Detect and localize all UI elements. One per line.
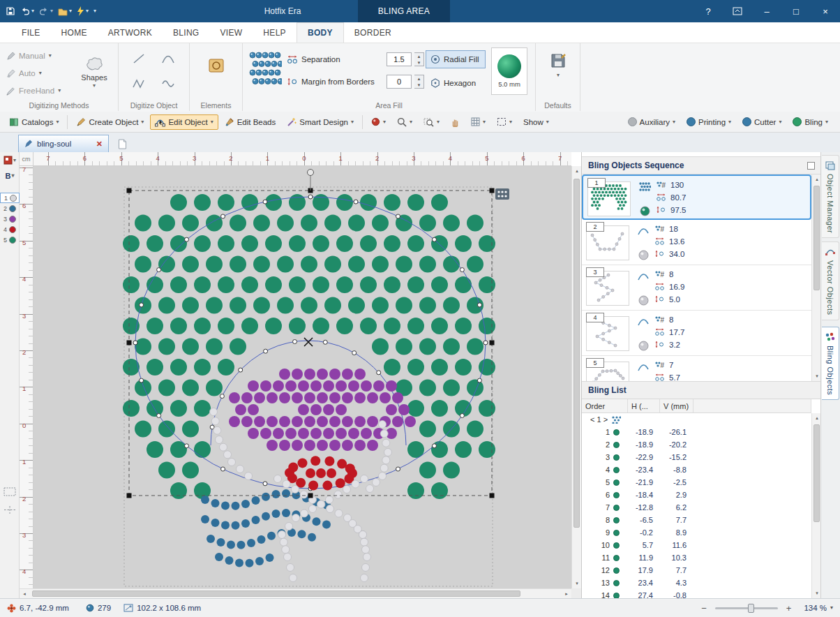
reference-color-button[interactable]: ▾ — [1, 156, 19, 165]
bling-row[interactable]: 1323.44.3 — [582, 577, 811, 589]
color-swatch-3[interactable]: 3 — [0, 214, 20, 224]
undo-dropdown-arrow[interactable]: ▾ — [31, 8, 34, 14]
color-swatch-4[interactable]: 4 — [0, 224, 20, 235]
zoom-slider[interactable] — [715, 607, 778, 609]
bling-group-row[interactable]: < 1 > — [582, 413, 811, 426]
separation-input[interactable]: 1.5 — [387, 52, 412, 66]
grid-button[interactable]: ▾ — [466, 114, 490, 129]
vertical-scroll-thumb[interactable] — [573, 179, 580, 528]
defaults-button[interactable]: ▾ — [546, 49, 571, 94]
zoom-tool-button[interactable]: ▾ — [392, 114, 417, 130]
canvas-horizontal-scrollbar[interactable]: ◂ ▸ — [20, 588, 571, 598]
guide-tool-button[interactable] — [1, 487, 19, 496]
shapes-button[interactable]: Shapes ▾ — [74, 47, 114, 98]
sequence-item-5[interactable]: 5#75.7 — [582, 356, 811, 381]
digitize-arc-button[interactable] — [156, 49, 180, 68]
bead-preview[interactable]: 5.0 mm — [491, 47, 527, 95]
design-canvas[interactable] — [33, 166, 571, 588]
sequence-item-2[interactable]: 2#1813.634.0 — [582, 220, 811, 265]
redo-dropdown-arrow[interactable]: ▾ — [50, 8, 53, 14]
ribbon-tab-help[interactable]: HELP — [253, 22, 297, 43]
horizontal-scroll-thumb[interactable] — [32, 590, 520, 597]
document-tab-bling-soul[interactable]: bling-soul ✕ — [18, 135, 109, 152]
bling-button[interactable]: Bling▾ — [788, 114, 833, 129]
ribbon-tab-border[interactable]: BORDER — [344, 22, 402, 43]
separation-spinner[interactable]: ▲▼ — [414, 52, 424, 66]
ribbon-tab-artwork[interactable]: ARTWORK — [98, 22, 163, 43]
side-tab-bling-objects[interactable]: Bling Objects — [822, 327, 839, 400]
margin-spinner[interactable]: ▲▼ — [414, 75, 424, 89]
simulation-button[interactable]: ▾ — [77, 6, 89, 16]
elements-button[interactable] — [205, 54, 227, 77]
printing-button[interactable]: Printing▾ — [682, 114, 736, 129]
column-order[interactable]: Order — [582, 399, 628, 412]
simulation-dropdown-arrow[interactable]: ▾ — [86, 8, 89, 14]
digitize-line-button[interactable] — [127, 49, 151, 68]
help-button[interactable]: ? — [693, 0, 723, 22]
close-button[interactable]: × — [811, 0, 840, 22]
bling-row[interactable]: 1111.910.3 — [582, 551, 811, 564]
side-tab-object-manager[interactable]: Object Manager — [822, 155, 839, 238]
sequence-item-3[interactable]: 3#816.95.0 — [582, 265, 811, 311]
bling-row[interactable]: 1427.4-0.8 — [582, 589, 811, 598]
ribbon-display-button[interactable] — [723, 0, 752, 22]
bling-row[interactable]: 4-23.4-8.8 — [582, 463, 811, 476]
maximize-button[interactable]: □ — [781, 0, 811, 22]
zoom-level[interactable]: 134 % ▾ — [804, 604, 833, 612]
freehand-button[interactable]: FreeHand▾ — [4, 83, 73, 98]
save-button[interactable] — [6, 6, 15, 16]
auxiliary-button[interactable]: Auxiliary▾ — [623, 114, 680, 129]
guide-line-button[interactable] — [1, 505, 19, 514]
sequence-item-1[interactable]: 1#13080.797.5 — [582, 174, 811, 220]
new-document-button[interactable] — [113, 136, 131, 151]
column-v[interactable]: V (mm) — [660, 399, 693, 412]
paste-dropdown-arrow[interactable]: ▾ — [69, 8, 72, 14]
scroll-right-arrow[interactable]: ▸ — [562, 589, 571, 599]
bling-list-scrollbar[interactable]: ▴ ▾ — [811, 413, 821, 598]
scroll-left-arrow[interactable]: ◂ — [20, 589, 29, 599]
color-swatch-2[interactable]: 2 — [0, 203, 20, 214]
ribbon-tab-view[interactable]: VIEW — [209, 22, 253, 43]
side-tab-vector-objects[interactable]: Vector Objects — [822, 241, 839, 320]
panel-float-button[interactable] — [807, 162, 815, 170]
sequence-scroll-thumb[interactable] — [813, 186, 820, 290]
select-tool-button[interactable]: ▾ — [492, 114, 517, 129]
cutter-button[interactable]: Cutter▾ — [737, 114, 786, 129]
sequence-item-4[interactable]: 4#817.73.2 — [582, 311, 811, 356]
hexagon-toggle[interactable]: Hexagon — [426, 74, 486, 92]
zoom-in-button[interactable]: + — [785, 603, 793, 614]
manual-button[interactable]: Manual▾ — [4, 48, 73, 64]
ribbon-tab-file[interactable]: FILE — [11, 22, 51, 43]
radial-fill-toggle[interactable]: Radial Fill — [426, 50, 486, 68]
bling-row[interactable]: 5-21.9-2.5 — [582, 476, 811, 489]
show-button[interactable]: Show▾ — [518, 115, 554, 129]
canvas-vertical-scrollbar[interactable]: ▴ ▾ — [571, 166, 581, 588]
bling-row[interactable]: 1217.97.7 — [582, 564, 811, 577]
bead-tool-button[interactable]: ▾ — [366, 114, 391, 129]
color-swatch-5[interactable]: 5 — [0, 235, 20, 245]
margin-input[interactable]: 0 — [387, 75, 412, 89]
color-swatch-1[interactable]: 1 — [0, 193, 20, 203]
bling-row[interactable]: 7-12.86.2 — [582, 501, 811, 514]
zoom-out-button[interactable]: − — [700, 603, 708, 614]
close-tab-icon[interactable]: ✕ — [96, 140, 103, 149]
create-object-button[interactable]: Create Object▾ — [71, 114, 149, 130]
undo-button[interactable]: ▾ — [20, 7, 34, 16]
column-h[interactable]: H (... — [628, 399, 660, 412]
bling-row[interactable]: 105.711.6 — [582, 539, 811, 551]
bead-type-button[interactable]: B▾ — [1, 172, 19, 180]
bling-row[interactable]: 9-0.28.9 — [582, 526, 811, 539]
ribbon-tab-bling[interactable]: BLING — [163, 22, 210, 43]
edit-beads-button[interactable]: Edit Beads — [220, 114, 281, 130]
bling-row[interactable]: 6-18.42.9 — [582, 489, 811, 501]
zoom-slider-thumb[interactable] — [748, 604, 754, 613]
ribbon-tab-body[interactable]: BODY — [297, 22, 344, 43]
digitize-zigzag-button[interactable] — [127, 74, 151, 94]
auto-button[interactable]: Auto▾ — [4, 66, 73, 81]
paste-button[interactable]: ▾ — [58, 7, 72, 16]
bling-row[interactable]: 8-6.57.7 — [582, 514, 811, 526]
pan-button[interactable] — [446, 114, 465, 130]
scroll-down-arrow[interactable]: ▾ — [572, 579, 582, 588]
edit-object-button[interactable]: Edit Object▾ — [150, 114, 218, 130]
smart-design-button[interactable]: Smart Design▾ — [282, 114, 359, 130]
